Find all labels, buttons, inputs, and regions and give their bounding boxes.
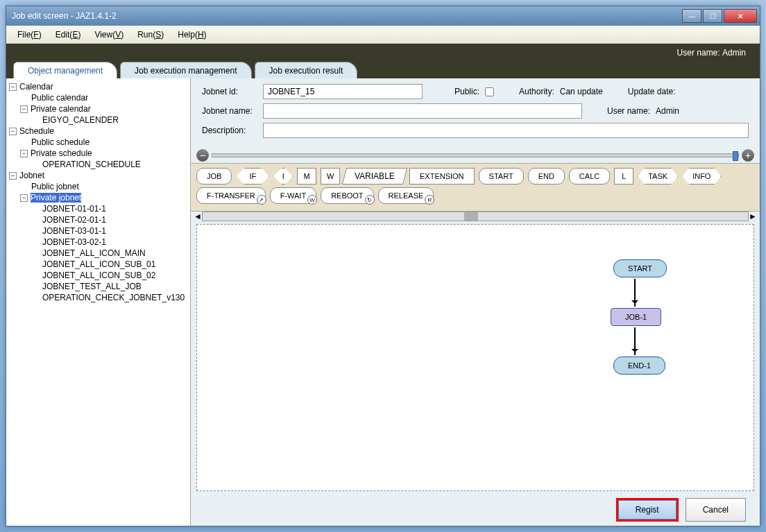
tree-private-schedule[interactable]: −Private schedule bbox=[9, 148, 187, 159]
tool-task[interactable]: TASK bbox=[638, 168, 678, 185]
authority-label: Authority: bbox=[519, 87, 554, 96]
tree-public-schedule[interactable]: Public schedule bbox=[9, 137, 187, 148]
tab-job-execution-management[interactable]: Job execution management bbox=[120, 62, 251, 78]
tree-jobnet-04[interactable]: JOBNET-03-02-1 bbox=[9, 237, 187, 248]
tool-reboot[interactable]: REBOOT bbox=[321, 187, 373, 204]
tree-jobnet-03[interactable]: JOBNET-03-01-1 bbox=[9, 225, 187, 237]
tree-jobnet-02[interactable]: JOBNET-02-01-1 bbox=[9, 214, 187, 225]
authority-value: Can update bbox=[560, 87, 603, 96]
jobnet-id-input[interactable] bbox=[263, 84, 423, 99]
tool-m-icon[interactable]: M bbox=[297, 168, 316, 185]
tree-private-jobnet[interactable]: −Private jobnet bbox=[9, 192, 187, 203]
collapse-icon[interactable]: − bbox=[20, 150, 28, 157]
menu-view[interactable]: View(V) bbox=[87, 27, 130, 42]
window-title: Job edit screen - JAZ1.4.1-2 bbox=[9, 11, 682, 21]
tree-private-calendar[interactable]: −Private calendar bbox=[9, 103, 187, 114]
tree-jobnet-08[interactable]: JOBNET_TEST_ALL_JOB bbox=[9, 281, 187, 292]
collapse-icon[interactable]: − bbox=[9, 172, 17, 180]
tool-start[interactable]: START bbox=[479, 168, 524, 185]
app-window: Job edit screen - JAZ1.4.1-2 — ☐ ✕ File(… bbox=[6, 6, 760, 526]
tree-jobnet-06[interactable]: JOBNET_ALL_ICON_SUB_01 bbox=[9, 259, 187, 270]
tool-extension[interactable]: EXTENSION bbox=[409, 168, 475, 185]
node-end-1[interactable]: END-1 bbox=[613, 357, 665, 375]
slider-thumb[interactable] bbox=[733, 151, 738, 161]
collapse-icon[interactable]: − bbox=[9, 128, 17, 135]
tool-l-icon[interactable]: L bbox=[614, 168, 633, 185]
tree-schedule[interactable]: −Schedule bbox=[9, 126, 187, 137]
description-label: Description: bbox=[202, 126, 257, 135]
collapse-icon[interactable]: − bbox=[20, 105, 28, 113]
canvas[interactable]: START JOB-1 END-1 bbox=[196, 224, 754, 491]
close-button[interactable]: ✕ bbox=[724, 9, 757, 23]
node-job-1[interactable]: JOB-1 bbox=[611, 308, 661, 326]
tool-end[interactable]: END bbox=[528, 168, 565, 185]
tree-public-jobnet[interactable]: Public jobnet bbox=[9, 181, 187, 192]
tabs: Object management Job execution manageme… bbox=[6, 62, 760, 78]
menu-file[interactable]: File(F) bbox=[10, 27, 49, 42]
titlebar: Job edit screen - JAZ1.4.1-2 — ☐ ✕ bbox=[6, 6, 760, 26]
jobnet-name-input[interactable] bbox=[263, 103, 582, 119]
jobnet-name-label: Jobnet name: bbox=[202, 106, 257, 116]
scroll-right-icon[interactable]: ► bbox=[749, 212, 757, 221]
tree-eigyo[interactable]: EIGYO_CALENDER bbox=[9, 114, 187, 126]
footer-buttons: Regist Cancel bbox=[191, 494, 760, 526]
zoom-slider[interactable] bbox=[212, 153, 739, 157]
tool-w-icon[interactable]: W bbox=[321, 168, 340, 185]
node-start[interactable]: START bbox=[613, 259, 667, 277]
form-user-label: User name: bbox=[607, 106, 650, 116]
tool-variable[interactable]: VARIABLE bbox=[342, 168, 407, 185]
content: −Calendar Public calendar −Private calen… bbox=[6, 78, 760, 526]
maximize-button[interactable]: ☐ bbox=[703, 9, 722, 23]
update-date-label: Update date: bbox=[628, 87, 676, 96]
arrow-icon bbox=[634, 327, 636, 355]
tool-info[interactable]: INFO bbox=[682, 168, 721, 185]
zoom-in-button[interactable]: + bbox=[742, 149, 754, 162]
zoom-out-button[interactable]: − bbox=[196, 149, 209, 162]
menubar: File(F) Edit(E) View(V) Run(S) Help(H) bbox=[6, 26, 760, 44]
tree-jobnet-05[interactable]: JOBNET_ALL_ICON_MAIN bbox=[9, 248, 187, 259]
right-panel: Jobnet id: Public: Authority: Can update… bbox=[191, 78, 760, 526]
tool-i-icon[interactable]: I bbox=[273, 168, 293, 185]
canvas-hscroll-row: ◄ ► bbox=[191, 212, 760, 221]
cancel-button[interactable]: Cancel bbox=[686, 498, 746, 522]
tab-object-management[interactable]: Object management bbox=[13, 62, 117, 78]
tree-jobnet-07[interactable]: JOBNET_ALL_ICON_SUB_02 bbox=[9, 270, 187, 281]
minimize-button[interactable]: — bbox=[682, 9, 701, 23]
collapse-icon[interactable]: − bbox=[20, 194, 28, 202]
highlight-box: Regist bbox=[616, 498, 679, 522]
tool-release[interactable]: RELEASE bbox=[378, 187, 434, 204]
public-checkbox[interactable] bbox=[485, 87, 494, 96]
tree-op-schedule[interactable]: OPERATION_SCHEDULE bbox=[9, 159, 187, 170]
jobnet-id-label: Jobnet id: bbox=[202, 87, 257, 96]
tree-panel: −Calendar Public calendar −Private calen… bbox=[6, 78, 191, 526]
horizontal-scrollbar[interactable] bbox=[202, 212, 749, 221]
collapse-icon[interactable]: − bbox=[9, 83, 17, 91]
scroll-left-icon[interactable]: ◄ bbox=[194, 212, 202, 221]
toolbox: JOB IF I M W VARIABLE EXTENSION START EN… bbox=[191, 163, 760, 212]
menu-edit[interactable]: Edit(E) bbox=[49, 27, 88, 42]
tree-jobnet[interactable]: −Jobnet bbox=[9, 170, 187, 181]
tree-jobnet-09[interactable]: OPERATION_CHECK_JOBNET_v130 bbox=[9, 292, 187, 303]
arrow-icon bbox=[634, 279, 636, 307]
tool-f-wait[interactable]: F-WAIT bbox=[270, 187, 316, 204]
menu-help[interactable]: Help(H) bbox=[171, 27, 213, 42]
header-bar: User name: Admin bbox=[6, 44, 760, 62]
tool-job[interactable]: JOB bbox=[196, 168, 232, 185]
header-user-label: User name: bbox=[677, 48, 720, 58]
tool-f-transfer[interactable]: F-TRANSFER bbox=[196, 187, 266, 204]
description-input[interactable] bbox=[263, 123, 749, 138]
tree-public-calendar[interactable]: Public calendar bbox=[9, 92, 187, 103]
zoom-slider-row: − + bbox=[191, 148, 760, 163]
header-user-value: Admin bbox=[722, 48, 746, 58]
tab-job-execution-result[interactable]: Job execution result bbox=[255, 62, 358, 78]
form-area: Jobnet id: Public: Authority: Can update… bbox=[191, 78, 760, 148]
form-user-value: Admin bbox=[656, 106, 679, 116]
tree-jobnet-01[interactable]: JOBNET-01-01-1 bbox=[9, 203, 187, 214]
menu-run[interactable]: Run(S) bbox=[130, 27, 171, 42]
tree-calendar[interactable]: −Calendar bbox=[9, 81, 187, 92]
regist-button[interactable]: Regist bbox=[618, 500, 676, 520]
tool-calc[interactable]: CALC bbox=[569, 168, 610, 185]
tool-if[interactable]: IF bbox=[236, 168, 269, 185]
public-label: Public: bbox=[454, 87, 479, 96]
